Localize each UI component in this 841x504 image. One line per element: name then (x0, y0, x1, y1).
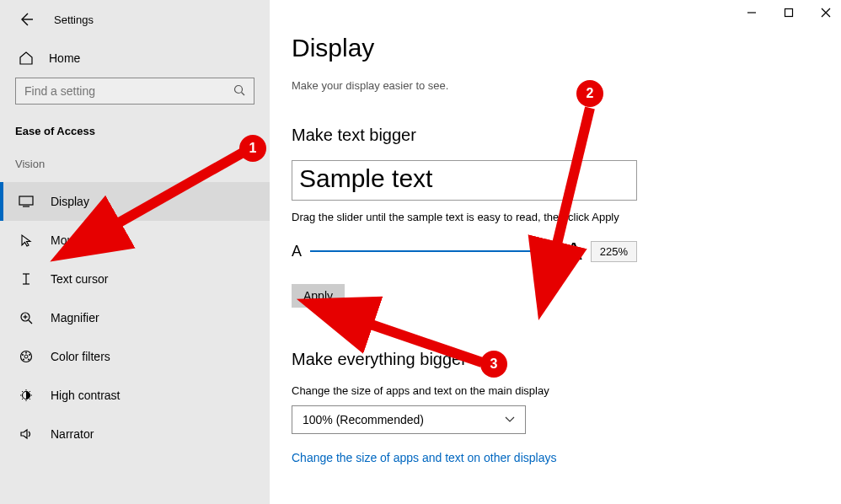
text-cursor-icon (19, 272, 34, 286)
settings-label: Settings (54, 13, 94, 26)
sidebar-item-label: Text cursor (51, 272, 108, 286)
search-input[interactable] (15, 78, 254, 105)
sidebar-item-high-contrast[interactable]: High contrast (0, 376, 270, 415)
svg-point-15 (28, 359, 29, 361)
sidebar-item-text-cursor[interactable]: Text cursor (0, 260, 270, 298)
svg-point-16 (23, 359, 24, 361)
svg-point-14 (29, 354, 30, 356)
window-controls (745, 7, 833, 20)
sidebar-item-label: Display (51, 195, 89, 208)
svg-line-23 (22, 391, 23, 392)
slider-value: 225% (591, 241, 637, 262)
sidebar-item-label: Color filters (51, 350, 110, 363)
svg-rect-28 (785, 9, 793, 17)
display-icon (19, 196, 34, 207)
color-filters-icon (19, 350, 34, 363)
magnifier-icon (19, 311, 34, 324)
dropdown-value: 100% (Recommended) (303, 413, 424, 426)
close-button[interactable] (819, 7, 833, 20)
sidebar-item-home[interactable]: Home (15, 42, 254, 78)
search-icon (233, 84, 245, 99)
search-field[interactable] (24, 84, 227, 98)
apply-button[interactable]: Apply (292, 284, 345, 308)
sidebar-item-color-filters[interactable]: Color filters (0, 337, 270, 376)
annotation-badge-3: 3 (480, 351, 507, 378)
home-icon (19, 51, 34, 66)
page-subtitle: Make your display easier to see. (292, 79, 841, 92)
svg-point-17 (22, 354, 24, 356)
category-title: Ease of Access (15, 120, 254, 158)
home-label: Home (49, 51, 80, 65)
svg-point-0 (235, 85, 243, 93)
svg-point-12 (24, 355, 28, 358)
sidebar-item-display[interactable]: Display (0, 182, 270, 221)
sidebar-item-mouse-pointer[interactable]: Mouse pointer (0, 221, 270, 260)
annotation-badge-2: 2 (576, 80, 603, 107)
sample-text-box: Sample text (292, 160, 637, 201)
slider-min-icon: A (292, 243, 302, 260)
svg-point-13 (25, 352, 27, 354)
section-make-text-bigger: Make text bigger (292, 126, 841, 145)
page-title: Display (292, 34, 841, 62)
sample-text: Sample text (299, 164, 629, 193)
other-displays-link[interactable]: Change the size of apps and text on othe… (292, 451, 841, 464)
svg-rect-2 (19, 196, 33, 205)
mouse-pointer-icon (19, 233, 34, 247)
slider-instruction: Drag the slider until the sample text is… (292, 211, 841, 223)
sidebar: Settings Home Ease of Access Vision (0, 0, 270, 504)
group-label: Vision (15, 158, 254, 182)
section-make-everything-bigger: Make everything bigger (292, 350, 841, 369)
svg-line-25 (29, 391, 30, 392)
svg-line-26 (22, 399, 23, 399)
svg-line-1 (242, 92, 245, 95)
scale-dropdown[interactable]: 100% (Recommended) (292, 405, 526, 434)
scale-description: Change the size of apps and text on the … (292, 384, 841, 397)
sidebar-item-label: Mouse pointer (51, 233, 126, 247)
narrator-icon (19, 427, 34, 441)
minimize-button[interactable] (745, 7, 758, 20)
slider-thumb[interactable] (550, 243, 557, 260)
svg-line-8 (29, 320, 32, 324)
sidebar-item-label: High contrast (51, 389, 120, 402)
maximize-button[interactable] (782, 7, 795, 20)
high-contrast-icon (19, 389, 34, 402)
annotation-badge-1: 1 (239, 135, 266, 162)
sidebar-item-label: Narrator (51, 427, 94, 441)
sidebar-item-label: Magnifier (51, 311, 99, 324)
text-size-slider[interactable] (310, 250, 554, 252)
sidebar-item-narrator[interactable]: Narrator (0, 415, 270, 453)
slider-max-icon: A (565, 237, 582, 265)
main-panel: Display Make your display easier to see.… (270, 0, 841, 504)
sidebar-item-magnifier[interactable]: Magnifier (0, 298, 270, 337)
svg-line-24 (29, 399, 30, 399)
back-icon[interactable] (19, 12, 34, 27)
chevron-down-icon (505, 414, 515, 426)
